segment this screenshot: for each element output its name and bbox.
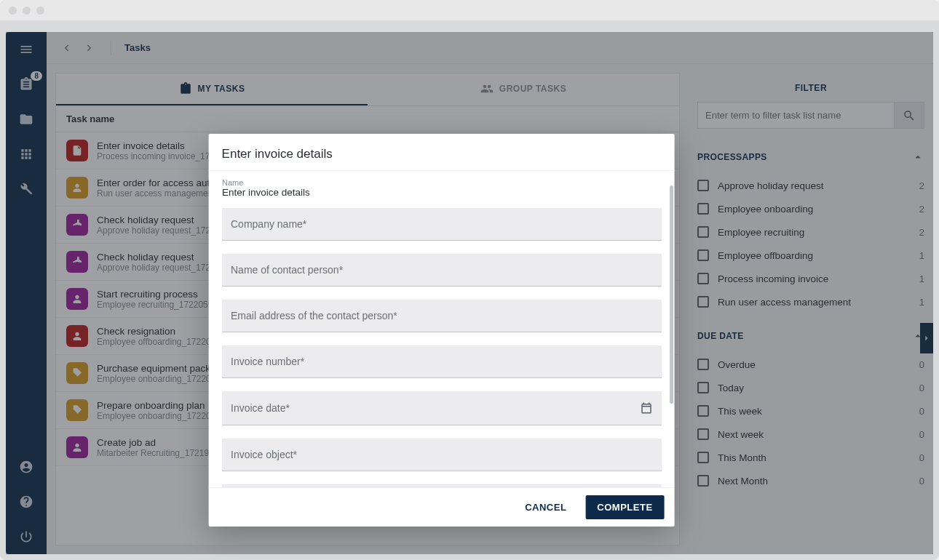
dialog-meta-label: Name [222,178,662,187]
invoice-number-field[interactable] [222,345,662,378]
cancel-button[interactable]: CANCEL [518,496,574,519]
contact-field[interactable] [222,254,662,287]
dialog-footer: CANCEL COMPLETE [209,487,675,527]
modal-overlay[interactable]: Enter invoice details Name Enter invoice… [6,32,933,554]
window-max-dot[interactable] [36,7,44,15]
invoice-dialog: Enter invoice details Name Enter invoice… [209,134,675,527]
invoice-amount-field[interactable] [222,484,662,487]
invoice-object-input[interactable] [231,449,653,460]
dialog-scrollbar[interactable] [670,185,673,404]
email-field[interactable] [222,300,662,332]
dialog-meta-value: Enter invoice details [222,187,662,198]
window-title-bar [0,0,939,20]
complete-button[interactable]: COMPLETE [585,495,664,519]
company-input[interactable] [231,218,653,230]
invoice-date-field[interactable] [222,391,662,425]
calendar-icon[interactable] [640,401,653,415]
dialog-body: Name Enter invoice details [209,171,675,487]
dialog-title: Enter invoice details [209,134,675,171]
email-input[interactable] [231,310,653,321]
invoice-number-input[interactable] [231,356,653,367]
window-close-dot[interactable] [9,7,17,15]
company-field[interactable] [222,208,662,241]
window-min-dot[interactable] [23,7,31,15]
app-window: 8 [0,0,939,560]
contact-input[interactable] [231,264,653,276]
invoice-date-input[interactable] [231,402,634,414]
invoice-object-field[interactable] [222,439,662,471]
